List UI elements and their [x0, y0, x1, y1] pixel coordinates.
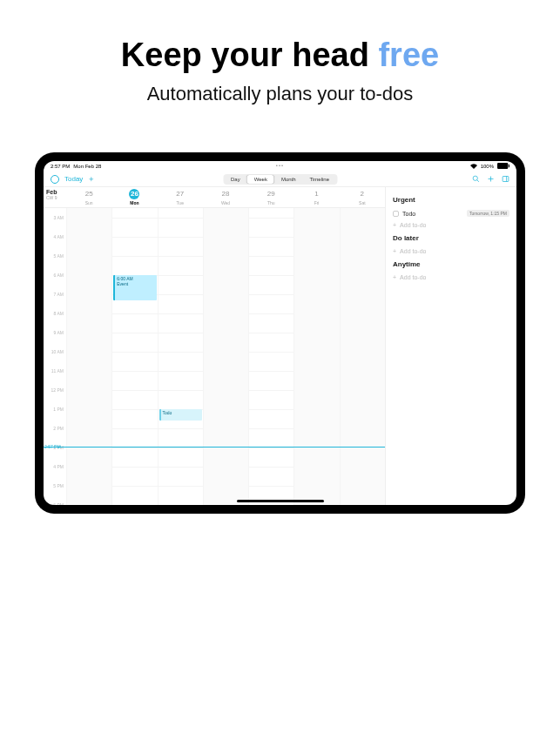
ipad-frame: ••• 2:57 PM Mon Feb 28 100% Today ✦: [35, 152, 525, 514]
tab-week[interactable]: Week: [247, 175, 274, 184]
day-header[interactable]: 25Sun: [66, 187, 111, 207]
section-urgent: Urgent: [393, 196, 509, 204]
tab-timeline[interactable]: Timeline: [303, 175, 336, 184]
day-number: 2: [357, 189, 368, 199]
calendar-week-view[interactable]: Feb CW 9 25Sun26Mon27Tue28Wed29Thu1Fri2S…: [44, 187, 386, 505]
day-name: Sat: [340, 200, 385, 205]
status-time: 2:57 PM: [51, 164, 70, 169]
promo-subtitle: Automatically plans your to-dos: [0, 83, 560, 105]
add-icon[interactable]: [487, 175, 495, 184]
week-number: CW 9: [46, 195, 64, 200]
hour-label: 6 AM: [54, 273, 64, 278]
day-column[interactable]: 6:00 AMEvent: [111, 208, 157, 505]
plus-icon: +: [393, 274, 396, 280]
calendar-header: Feb CW 9 25Sun26Mon27Tue28Wed29Thu1Fri2S…: [44, 187, 385, 208]
hour-label: 4 PM: [53, 464, 64, 469]
day-column[interactable]: [293, 208, 339, 505]
day-name: Wed: [203, 200, 248, 205]
battery-icon: [497, 163, 509, 170]
day-column[interactable]: [340, 208, 385, 505]
svg-point-2: [473, 176, 477, 180]
search-icon[interactable]: [472, 175, 480, 184]
section-do-later: Do later: [393, 234, 509, 242]
day-number: 28: [220, 189, 231, 199]
wifi-icon: [470, 164, 477, 170]
hour-label: 6 PM: [53, 502, 64, 505]
clock-icon[interactable]: [51, 175, 59, 184]
now-indicator: [44, 447, 385, 448]
hour-label: 1 PM: [53, 407, 64, 412]
app-screen: ••• 2:57 PM Mon Feb 28 100% Today ✦: [44, 161, 516, 505]
day-number: 29: [266, 189, 276, 199]
toolbar: Today ✦ Day Week Month Timeline: [44, 172, 516, 187]
due-badge: Tomorrow, 1:15 PM: [467, 210, 509, 217]
month-label: Feb: [46, 189, 64, 195]
day-name: Mon: [111, 200, 157, 205]
tab-day[interactable]: Day: [224, 175, 247, 184]
now-time-label: 2:57 PM: [44, 444, 61, 449]
tab-month[interactable]: Month: [274, 175, 303, 184]
svg-rect-0: [497, 163, 508, 169]
hour-label: 11 AM: [51, 368, 64, 374]
battery-pct: 100%: [481, 164, 494, 169]
multitask-dots[interactable]: •••: [276, 163, 284, 168]
day-number: 26: [129, 189, 139, 199]
status-date: Mon Feb 28: [73, 164, 101, 169]
calendar-event[interactable]: 6:00 AMEvent: [113, 275, 156, 300]
day-column[interactable]: [66, 208, 111, 505]
add-todo-later[interactable]: +Add to-do: [393, 246, 509, 257]
day-header[interactable]: 28Wed: [203, 187, 248, 207]
svg-line-3: [477, 179, 479, 181]
hour-label: 10 AM: [51, 349, 64, 354]
day-column[interactable]: Todo: [158, 208, 203, 505]
todo-sidebar: Urgent Todo Tomorrow, 1:15 PM +Add to-do…: [386, 187, 516, 505]
day-number: 1: [312, 189, 322, 199]
home-indicator[interactable]: [237, 500, 324, 502]
hour-label: 2 PM: [53, 426, 64, 431]
day-header[interactable]: 26Mon: [111, 187, 157, 207]
sidebar-toggle-icon[interactable]: [502, 175, 509, 184]
hour-label: 5 AM: [54, 253, 64, 259]
day-header[interactable]: 1Fri: [293, 187, 339, 207]
hour-label: 9 AM: [54, 330, 64, 335]
section-anytime: Anytime: [393, 260, 509, 268]
hour-label: 3 AM: [54, 215, 64, 220]
promo-title: Keep your head free: [0, 37, 560, 74]
day-header[interactable]: 27Tue: [158, 187, 203, 207]
svg-rect-1: [509, 165, 509, 168]
today-button[interactable]: Today: [64, 175, 83, 183]
event-title: Event: [117, 281, 154, 286]
hour-label: 7 AM: [54, 292, 64, 297]
day-column[interactable]: [248, 208, 293, 505]
plus-icon: +: [393, 222, 396, 228]
day-number: 25: [84, 189, 94, 199]
todo-label: Todo: [402, 211, 415, 217]
event-title: Todo: [163, 410, 172, 415]
calendar-todo-event[interactable]: Todo: [159, 409, 202, 421]
svg-rect-6: [503, 176, 509, 181]
day-column[interactable]: [203, 208, 248, 505]
day-number: 27: [175, 189, 186, 199]
todo-item[interactable]: Todo Tomorrow, 1:15 PM: [393, 207, 509, 219]
day-header[interactable]: 29Thu: [248, 187, 293, 207]
plus-icon: +: [393, 248, 396, 254]
hour-label: 12 PM: [51, 387, 64, 393]
checkbox-icon[interactable]: [393, 211, 399, 217]
day-header[interactable]: 2Sat: [340, 187, 385, 207]
calendar-grid[interactable]: 3 AM4 AM5 AM6 AM7 AM8 AM9 AM10 AM11 AM12…: [44, 208, 385, 505]
sparkle-icon[interactable]: ✦: [88, 175, 95, 184]
hour-label: 4 AM: [54, 234, 64, 239]
day-name: Fri: [293, 200, 339, 205]
view-segmented-control[interactable]: Day Week Month Timeline: [223, 174, 337, 185]
add-todo-urgent[interactable]: +Add to-do: [393, 219, 509, 231]
day-name: Sun: [66, 200, 111, 205]
hour-label: 8 AM: [54, 311, 64, 316]
day-name: Thu: [248, 200, 293, 205]
hour-label: 5 PM: [53, 483, 64, 488]
add-todo-anytime[interactable]: +Add to-do: [393, 272, 509, 283]
day-name: Tue: [158, 200, 203, 205]
